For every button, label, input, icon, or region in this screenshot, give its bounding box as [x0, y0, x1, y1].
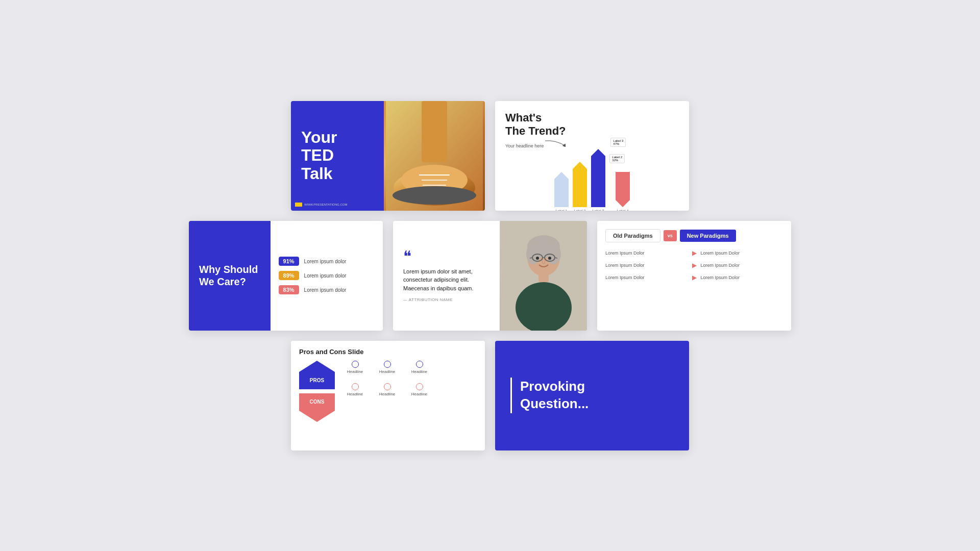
- svg-line-19: [530, 258, 532, 258]
- cons-label: CONS: [310, 399, 325, 405]
- cons-arrow: CONS: [299, 393, 335, 422]
- pros-dot-1: [352, 361, 359, 368]
- ted-left-panel: Your TED Talk WWW.PRESENTATIONG.COM: [291, 101, 384, 211]
- trend-title: What's The Trend?: [505, 111, 679, 138]
- svg-point-4: [393, 186, 476, 205]
- ted-website: WWW.PRESENTATIONG.COM: [295, 203, 347, 207]
- cons-grid-row: Headline Headline Headline: [341, 383, 477, 396]
- slide-trend[interactable]: What's The Trend? Your headline here Lab: [495, 101, 689, 211]
- pros-dot-2: [384, 361, 391, 368]
- stat-badge-91: 91%: [279, 257, 299, 266]
- bar-2: Label 2: [573, 162, 587, 210]
- paradigm-rows: Lorem Ipsum Dolor ▶ Lorem Ipsum Dolor Lo…: [605, 249, 783, 281]
- paradigm-arrow-3: ▶: [692, 274, 697, 281]
- row-3: Pros and Cons Slide PROS CONS: [291, 341, 689, 450]
- bar-3: Label 347% Label 232% Label 3: [591, 149, 605, 210]
- paradigm-row-3: Lorem Ipsum Dolor ▶ Lorem Ipsum Dolor: [605, 274, 783, 281]
- pros-house: PROS: [299, 361, 335, 389]
- why-title: Why Should We Care?: [199, 263, 260, 288]
- svg-marker-8: [562, 143, 565, 147]
- trend-subtitle: Your headline here: [505, 140, 679, 148]
- svg-rect-1: [422, 101, 447, 162]
- paradigm-row-1: Lorem Ipsum Dolor ▶ Lorem Ipsum Dolor: [605, 249, 783, 257]
- ted-title: Your TED Talk: [301, 129, 374, 183]
- paradigm-header: Old Paradigms vs New Paradigms: [605, 229, 783, 242]
- cons-dot-3: [416, 383, 423, 390]
- why-purple-panel: Why Should We Care?: [189, 221, 271, 331]
- quote-mark: ❝: [403, 249, 489, 264]
- ted-right-panel: [384, 101, 485, 211]
- pros-label: PROS: [310, 378, 324, 383]
- stat-text-2: Lorem ipsum dolor: [304, 273, 347, 279]
- slide-provoking-question[interactable]: Provoking Question...: [495, 341, 689, 450]
- pros-dot-3: [416, 361, 423, 368]
- paradigm-row-2: Lorem Ipsum Dolor ▶ Lorem Ipsum Dolor: [605, 262, 783, 269]
- slide-pros-cons[interactable]: Pros and Cons Slide PROS CONS: [291, 341, 485, 450]
- cons-dot-1: [352, 383, 359, 390]
- cons-dot-2: [384, 383, 391, 390]
- slide-paradigms[interactable]: Old Paradigms vs New Paradigms Lorem Ips…: [597, 221, 791, 331]
- proscons-title: Pros and Cons Slide: [299, 348, 477, 356]
- bar-1: Label 1: [554, 172, 569, 210]
- old-paradigms-btn[interactable]: Old Paradigms: [605, 229, 660, 242]
- cons-item-1: Headline: [341, 383, 369, 396]
- shoe-image: [384, 101, 485, 211]
- trend-curve: [545, 140, 566, 147]
- svg-point-22: [548, 257, 551, 260]
- attribution: — ATTRIBUTION NAME: [403, 297, 489, 302]
- proscons-icons: PROS CONS: [299, 361, 335, 422]
- proscons-content: PROS CONS: [299, 361, 477, 422]
- proscons-grid: Headline Headline Headline: [341, 361, 477, 400]
- pros-item-2: Headline: [373, 361, 401, 374]
- slide-why-care[interactable]: Why Should We Care? 91% Lorem ipsum dolo…: [189, 221, 383, 331]
- svg-line-20: [555, 258, 557, 258]
- row-1: Your TED Talk WWW.PRESENTATIONG.COM: [291, 101, 689, 211]
- quote-body: Lorem ipsum dolor sit amet, consectetur …: [403, 267, 489, 293]
- slide-ted-talk[interactable]: Your TED Talk WWW.PRESENTATIONG.COM: [291, 101, 485, 211]
- paradigm-arrow-2: ▶: [692, 262, 697, 269]
- pros-item-1: Headline: [341, 361, 369, 374]
- trend-chart: Label 1 Label 2 Label 347% Label 232%: [505, 152, 679, 210]
- vs-label: vs: [664, 230, 677, 241]
- stat-text-3: Lorem ipsum dolor: [304, 287, 347, 293]
- stat-row-2: 89% Lorem ipsum dolor: [279, 271, 375, 280]
- question-text: Provoking Question...: [520, 378, 589, 413]
- cons-item-3: Headline: [405, 383, 433, 396]
- pros-grid-row: Headline Headline Headline: [341, 361, 477, 374]
- stat-text-1: Lorem ipsum dolor: [304, 259, 347, 264]
- svg-point-21: [536, 257, 539, 260]
- bar-4: Label 4: [616, 172, 630, 210]
- pros-item-3: Headline: [405, 361, 433, 374]
- stat-row-1: 91% Lorem ipsum dolor: [279, 257, 375, 266]
- why-stats-panel: 91% Lorem ipsum dolor 89% Lorem ipsum do…: [271, 221, 383, 331]
- new-paradigms-btn[interactable]: New Paradigms: [680, 230, 736, 242]
- paradigm-arrow-1: ▶: [692, 249, 697, 257]
- stat-badge-89: 89%: [279, 271, 299, 280]
- slide-quote[interactable]: ❝ Lorem ipsum dolor sit amet, consectetu…: [393, 221, 587, 331]
- shoe-svg: [386, 101, 483, 211]
- stat-row-3: 83% Lorem ipsum dolor: [279, 285, 375, 294]
- canvas: Your TED Talk WWW.PRESENTATIONG.COM: [0, 0, 980, 551]
- person-svg: [500, 221, 587, 331]
- row-2: Why Should We Care? 91% Lorem ipsum dolo…: [189, 221, 791, 331]
- logo-rect: [295, 203, 302, 207]
- question-accent-line: [510, 378, 512, 413]
- person-image: [500, 221, 587, 331]
- quote-text-area: ❝ Lorem ipsum dolor sit amet, consectetu…: [393, 221, 500, 331]
- cons-item-2: Headline: [373, 383, 401, 396]
- stat-badge-83: 83%: [279, 285, 299, 294]
